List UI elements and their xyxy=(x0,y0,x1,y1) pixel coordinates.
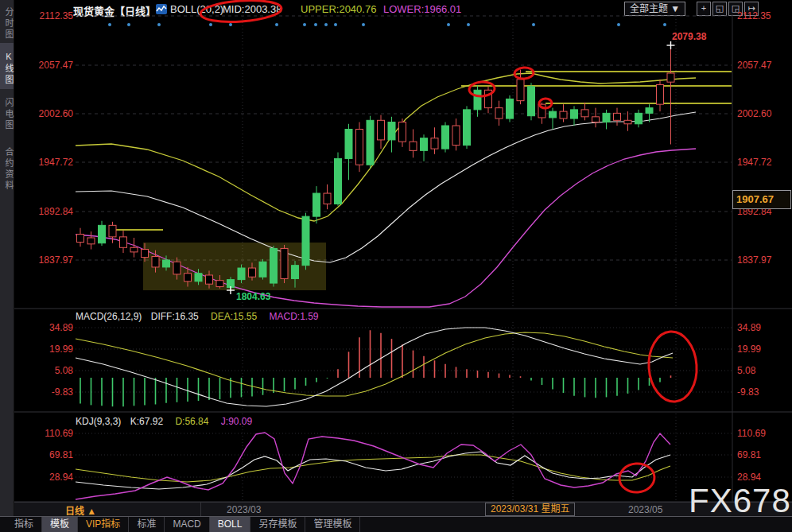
fx678-watermark: FX678 xyxy=(689,482,791,520)
axis-label-main: 2057.47 xyxy=(737,60,790,71)
axis-label-kdj: 110.69 xyxy=(16,428,73,439)
axis-label-macd: -9.83 xyxy=(737,386,790,398)
axis-label-kdj: 28.94 xyxy=(737,472,790,483)
axis-label-kdj: 110.69 xyxy=(737,428,790,439)
axis-label-kdj: 28.94 xyxy=(16,472,73,483)
period-selector[interactable]: 日线 ▲ xyxy=(65,503,96,517)
bottom-tab-bar: 指标模板VIP指标标准MACDBOLL另存模板管理模板 xyxy=(0,516,792,532)
axis-label-kdj: 69.81 xyxy=(16,449,73,460)
axis-label-main: 1947.72 xyxy=(16,157,73,168)
axis-label-macd: 5.08 xyxy=(737,365,790,376)
kdj-header: KDJ(9,3,3) K:67.92 D:56.84 J:90.09 xyxy=(76,416,252,427)
axis-label-main: 2002.60 xyxy=(16,108,73,119)
axis-label-kdj: 69.81 xyxy=(737,449,790,460)
selected-date-box: 2023/03/31 星期五 xyxy=(485,503,575,516)
axis-label-macd: 5.08 xyxy=(16,365,73,376)
axis-label-main: 1837.97 xyxy=(16,254,73,266)
session-high-label: 2079.38 xyxy=(672,31,706,42)
tab-VIP指标[interactable]: VIP指标 xyxy=(78,517,129,532)
axis-label-macd: -9.83 xyxy=(16,386,73,398)
current-price-badge: 1907.67 xyxy=(732,190,791,209)
tab-管理模板[interactable]: 管理模板 xyxy=(305,517,360,532)
kdj-d-value: D:56.84 xyxy=(175,416,208,427)
axis-label-main: 1837.97 xyxy=(737,254,790,266)
axis-label-main: 1892.84 xyxy=(16,206,73,217)
macd-header: MACD(26,12,9) DIFF:16.35 DEA:15.55 MACD:… xyxy=(76,311,319,322)
time-tick-march: 2023/03 xyxy=(227,504,261,515)
tab-另存模板[interactable]: 另存模板 xyxy=(250,517,305,532)
tab-BOLL[interactable]: BOLL xyxy=(210,517,251,532)
chart-canvas[interactable] xyxy=(0,0,792,532)
tab-模板[interactable]: 模板 xyxy=(42,517,78,532)
tab-MACD[interactable]: MACD xyxy=(165,517,209,532)
kdj-name: KDJ(9,3,3) xyxy=(76,416,121,427)
macd-diff-value: DIFF:16.35 xyxy=(151,311,199,322)
macd-name: MACD(26,12,9) xyxy=(76,311,142,322)
date-row-divider xyxy=(200,503,201,516)
axis-label-main: 1947.72 xyxy=(737,157,790,168)
axis-label-main: 2057.47 xyxy=(16,60,73,71)
axis-label-main: 2002.60 xyxy=(737,108,790,119)
macd-dea-value: DEA:15.55 xyxy=(211,311,257,322)
time-axis-row xyxy=(14,502,792,517)
axis-label-main: 2112.35 xyxy=(16,10,73,21)
macd-macd-value: MACD:1.59 xyxy=(269,311,318,322)
kdj-k-value: K:67.92 xyxy=(130,416,163,427)
axis-label-macd: 34.89 xyxy=(737,322,790,333)
axis-label-macd: 19.99 xyxy=(737,344,790,355)
tab-指标[interactable]: 指标 xyxy=(6,517,42,532)
session-low-label: 1804.63 xyxy=(236,291,270,302)
axis-label-main: 2112.35 xyxy=(737,10,790,21)
axis-label-macd: 34.89 xyxy=(16,322,73,333)
time-tick-may: 2023/05 xyxy=(628,504,662,515)
tab-标准[interactable]: 标准 xyxy=(129,517,165,532)
axis-label-macd: 19.99 xyxy=(16,344,73,355)
kdj-j-value: J:90.09 xyxy=(221,416,252,427)
